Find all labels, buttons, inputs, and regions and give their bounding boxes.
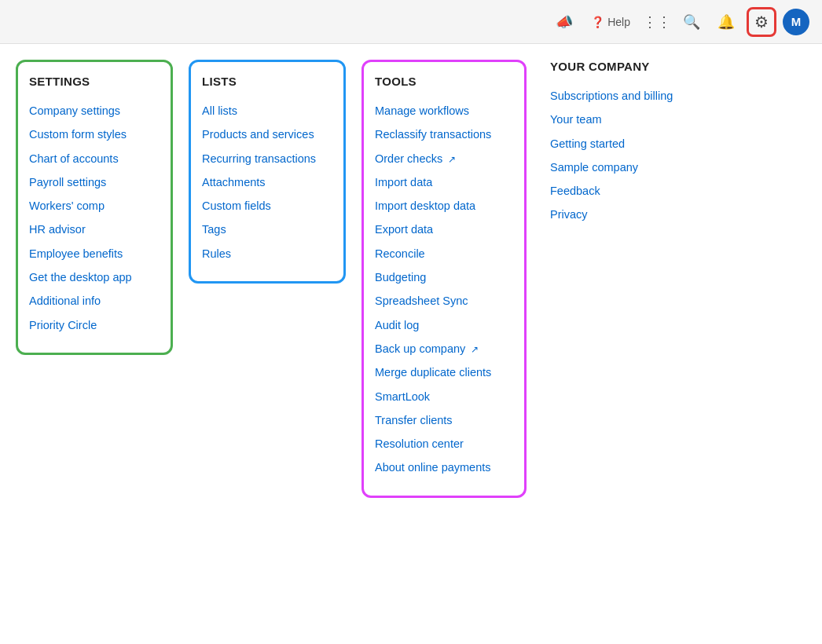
bell-icon[interactable]: 🔔	[712, 8, 740, 36]
list-item[interactable]: Reclassify transactions	[375, 123, 513, 146]
gear-button[interactable]: ⚙	[747, 7, 776, 37]
list-item[interactable]: Custom form styles	[29, 123, 160, 146]
tools-column: TOOLS Manage workflowsReclassify transac…	[361, 60, 527, 498]
topbar: 📣 ❓ Help ⋮⋮ 🔍 🔔 ⚙ M	[0, 0, 822, 44]
lists-header: LISTS	[202, 75, 332, 88]
settings-column: SETTINGS Company settingsCustom form sty…	[16, 60, 173, 355]
list-item[interactable]: Import data	[375, 170, 513, 194]
list-item[interactable]: Resolution center	[375, 432, 513, 456]
help-circle-icon: ❓	[591, 16, 604, 28]
list-item[interactable]: Chart of accounts	[29, 147, 160, 170]
search-icon[interactable]: 🔍	[677, 8, 706, 36]
settings-items: Company settingsCustom form stylesChart …	[29, 99, 160, 337]
list-item[interactable]: Subscriptions and billing	[550, 84, 699, 108]
tools-items: Manage workflowsReclassify transactionsO…	[375, 99, 513, 480]
tools-header: TOOLS	[375, 75, 513, 88]
gear-icon: ⚙	[754, 13, 769, 31]
your-company-header: YOUR COMPANY	[550, 60, 699, 73]
list-item[interactable]: Transfer clients	[375, 408, 513, 432]
lists-column: LISTS All listsProducts and servicesRecu…	[189, 60, 346, 284]
list-item[interactable]: Priority Circle	[29, 313, 160, 337]
list-item[interactable]: Audit log	[375, 313, 513, 337]
settings-header: SETTINGS	[29, 75, 160, 88]
avatar-label: M	[791, 15, 802, 28]
list-item[interactable]: Employee benefits	[29, 242, 160, 265]
menu-area: SETTINGS Company settingsCustom form sty…	[0, 44, 822, 514]
list-item[interactable]: Export data	[375, 218, 513, 241]
list-item[interactable]: Your team	[550, 108, 699, 131]
grid-icon[interactable]: ⋮⋮	[643, 8, 671, 36]
megaphone-icon[interactable]: 📣	[550, 8, 578, 36]
your-company-column: YOUR COMPANY Subscriptions and billingYo…	[542, 60, 699, 227]
list-item[interactable]: Import desktop data	[375, 194, 513, 218]
list-item[interactable]: Spreadsheet Sync	[375, 289, 513, 313]
list-item[interactable]: Attachments	[202, 170, 332, 194]
external-link-icon: ↗	[445, 154, 455, 165]
list-item[interactable]: Feedback	[550, 179, 699, 203]
list-item[interactable]: Get the desktop app	[29, 265, 160, 289]
list-item[interactable]: Recurring transactions	[202, 147, 332, 170]
list-item[interactable]: Order checks ↗	[375, 147, 513, 170]
list-item[interactable]: Getting started	[550, 132, 699, 156]
avatar[interactable]: M	[783, 9, 809, 35]
list-item[interactable]: Manage workflows	[375, 99, 513, 123]
list-item[interactable]: Additional info	[29, 289, 160, 313]
list-item[interactable]: Payroll settings	[29, 170, 160, 194]
help-button[interactable]: ❓ Help	[585, 13, 637, 31]
list-item[interactable]: All lists	[202, 99, 332, 123]
list-item[interactable]: Budgeting	[375, 265, 513, 289]
list-item[interactable]: Tags	[202, 218, 332, 241]
list-item[interactable]: SmartLook	[375, 385, 513, 408]
list-item[interactable]: Workers' comp	[29, 194, 160, 218]
help-label: Help	[607, 16, 630, 28]
list-item[interactable]: Back up company ↗	[375, 337, 513, 360]
list-item[interactable]: Products and services	[202, 123, 332, 146]
list-item[interactable]: Privacy	[550, 203, 699, 226]
list-item[interactable]: Merge duplicate clients	[375, 360, 513, 384]
list-item[interactable]: Reconcile	[375, 242, 513, 265]
list-item[interactable]: About online payments	[375, 456, 513, 479]
lists-items: All listsProducts and servicesRecurring …	[202, 99, 332, 265]
your-company-items: Subscriptions and billingYour teamGettin…	[550, 84, 699, 227]
external-link-icon: ↗	[468, 344, 478, 355]
list-item[interactable]: Company settings	[29, 99, 160, 123]
list-item[interactable]: HR advisor	[29, 218, 160, 241]
list-item[interactable]: Custom fields	[202, 194, 332, 218]
list-item[interactable]: Rules	[202, 242, 332, 265]
list-item[interactable]: Sample company	[550, 156, 699, 179]
